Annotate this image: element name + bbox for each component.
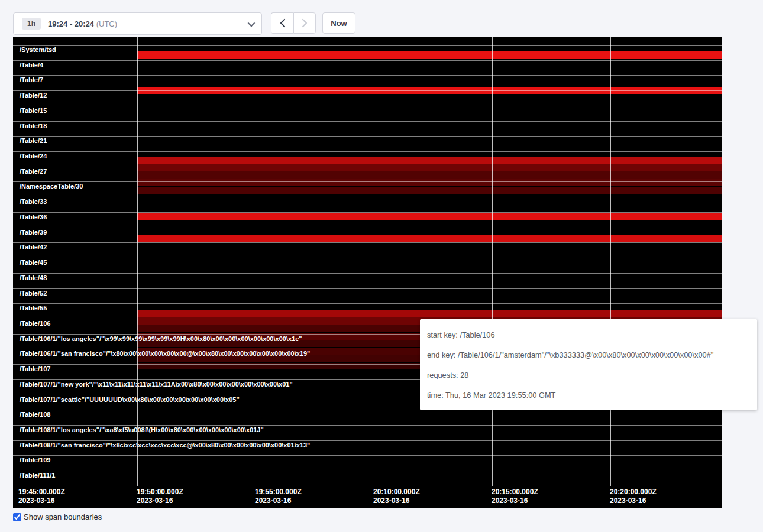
span-boundary-line	[13, 106, 722, 106]
span-boundary-line	[13, 60, 722, 61]
tooltip-requests: requests: 28	[427, 365, 750, 385]
heat-band[interactable]	[137, 171, 722, 179]
span-boundary-line	[13, 288, 722, 289]
row-label: /Table/36	[20, 213, 47, 220]
heat-band[interactable]	[137, 51, 722, 59]
row-label: /Table/108/1/"san francisco"/"\x8c\xcc\x…	[20, 442, 310, 449]
row-label: /Table/55	[20, 304, 47, 312]
row-label: /Table/7	[20, 76, 43, 83]
span-boundary-line	[13, 212, 722, 213]
span-boundary-line	[13, 75, 722, 76]
span-boundary-line	[13, 486, 722, 486]
x-axis-tick: 20:10:00.000Z2023-03-16	[373, 488, 420, 505]
chevron-right-icon	[302, 18, 308, 28]
span-boundary-line	[13, 45, 722, 46]
time-range-label: 19:24 - 20:24 (UTC)	[48, 20, 117, 28]
key-visualizer-chart[interactable]: /System/tsd/Table/4/Table/7/Table/12/Tab…	[13, 37, 722, 508]
row-label: /Table/24	[20, 153, 47, 160]
heat-band[interactable]	[137, 164, 722, 171]
tooltip-end-key: end key: /Table/106/1/"amsterdam"/"\xb33…	[427, 345, 750, 365]
span-boundary-line	[13, 303, 722, 304]
row-label: /Table/15	[20, 107, 47, 114]
prev-range-button[interactable]	[271, 12, 293, 34]
row-label: /Table/39	[20, 229, 47, 236]
row-label: /Table/107/1/"seattle"/"UUUUUUD\x00\x80\…	[20, 396, 240, 403]
time-gridline	[374, 37, 374, 486]
heat-band[interactable]	[137, 187, 722, 194]
time-range-timezone: (UTC)	[96, 20, 117, 28]
x-axis-tick: 20:20:00.000Z2023-03-16	[610, 488, 657, 505]
heat-band[interactable]	[137, 213, 722, 220]
span-boundary-line	[13, 121, 722, 122]
x-axis-tick: 19:45:00.000Z2023-03-16	[18, 488, 65, 505]
row-label: /Table/42	[20, 244, 47, 251]
time-range-value: 19:24 - 20:24	[48, 20, 94, 28]
heat-band[interactable]	[137, 310, 722, 317]
time-range-duration-badge: 1h	[22, 18, 41, 30]
span-boundary-line	[13, 242, 722, 243]
row-label: /Table/107/1/"new york"/"\x11\x11\x11\x1…	[20, 381, 293, 388]
x-axis-tick: 19:50:00.000Z2023-03-16	[137, 488, 183, 505]
show-span-boundaries-label: Show span boundaries	[24, 512, 102, 521]
span-boundary-line	[13, 471, 722, 471]
row-label: /Table/27	[20, 168, 47, 175]
row-label: /System/tsd	[20, 46, 56, 53]
row-label: /Table/106/1/"san francisco"/"\x80\x00\x…	[20, 350, 310, 357]
span-boundary-line	[13, 197, 722, 197]
row-label: /Table/33	[20, 198, 47, 205]
time-gridline	[492, 37, 493, 486]
span-boundary-line	[13, 455, 722, 456]
row-label: /Table/108	[20, 411, 50, 418]
row-label: /Table/109	[20, 456, 50, 463]
show-span-boundaries-toggle[interactable]: Show span boundaries	[13, 512, 102, 521]
row-label: /Table/12	[20, 92, 47, 99]
row-label: /NamespaceTable/30	[20, 183, 83, 190]
row-label: /Table/21	[20, 137, 47, 144]
span-boundary-line	[13, 440, 722, 441]
now-button[interactable]: Now	[322, 12, 355, 34]
span-boundary-line	[13, 90, 722, 91]
time-nav-buttons	[271, 12, 316, 34]
span-boundary-line	[13, 258, 722, 258]
row-label: /Table/18	[20, 122, 47, 129]
chevron-left-icon	[280, 18, 286, 28]
chevron-down-icon	[248, 19, 256, 27]
tooltip-time: time: Thu, 16 Mar 2023 19:55:00 GMT	[427, 385, 750, 406]
row-label: /Table/106/1/"los angeles"/"\x99\x99\x99…	[20, 335, 302, 342]
x-axis-tick: 20:15:00.000Z2023-03-16	[492, 488, 538, 505]
span-boundary-line	[13, 167, 722, 167]
span-boundary-line	[13, 425, 722, 426]
time-gridline	[256, 37, 256, 486]
time-gridline	[610, 37, 611, 486]
tooltip-start-key: start key: /Table/106	[427, 325, 750, 345]
row-label: /Table/108/1/"los angeles"/"\xa8\xf5\u00…	[20, 426, 264, 433]
row-label: /Table/107	[20, 365, 50, 372]
heat-band[interactable]	[137, 235, 722, 242]
span-boundary-line	[13, 228, 722, 228]
row-label: /Table/4	[20, 61, 43, 69]
heat-band[interactable]	[137, 157, 722, 164]
row-label: /Table/106	[20, 320, 50, 327]
heat-band[interactable]	[137, 179, 722, 186]
span-boundary-line	[13, 151, 722, 152]
x-axis-tick: 19:55:00.000Z2023-03-16	[255, 488, 302, 505]
span-boundary-line	[13, 136, 722, 137]
time-gridline	[137, 37, 138, 486]
row-label: /Table/48	[20, 274, 47, 281]
span-boundary-line	[13, 181, 722, 182]
span-tooltip: start key: /Table/106 end key: /Table/10…	[420, 319, 757, 410]
row-label: /Table/52	[20, 290, 47, 297]
row-label: /Table/111/1	[20, 472, 55, 479]
row-label: /Table/45	[20, 259, 47, 266]
show-span-boundaries-checkbox[interactable]	[13, 513, 21, 521]
next-range-button[interactable]	[293, 12, 316, 34]
span-boundary-line	[13, 273, 722, 274]
time-range-selector[interactable]: 1h 19:24 - 20:24 (UTC)	[13, 12, 262, 35]
